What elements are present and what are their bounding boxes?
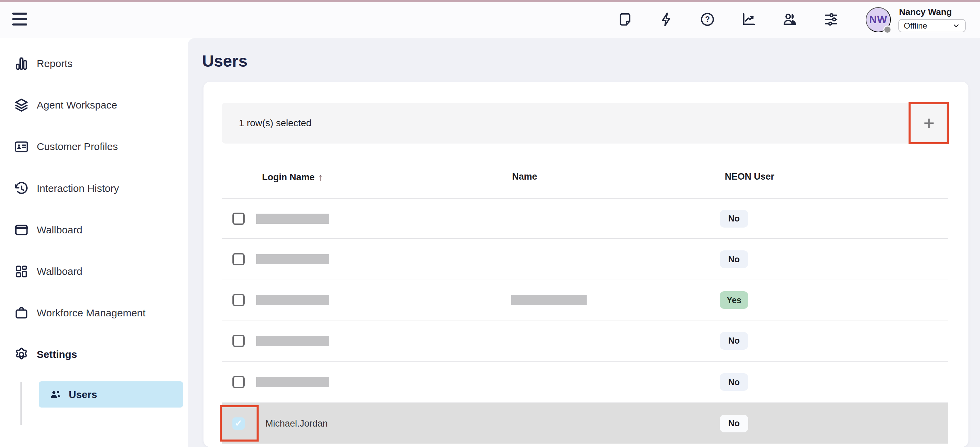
sidebar-item-label: Users (69, 389, 97, 400)
neon-badge: Yes (720, 291, 748, 309)
sidebar-item-label: Agent Workspace (37, 99, 117, 111)
selection-count-text: 1 row(s) selected (239, 103, 311, 143)
dashboard-grid-icon (14, 264, 29, 279)
table-row[interactable]: No (222, 320, 948, 361)
chevron-down-icon (952, 22, 960, 30)
redacted-login-name (256, 214, 329, 224)
column-header-neon-user[interactable]: NEON User (725, 172, 775, 182)
row-checkbox[interactable] (232, 213, 245, 225)
sort-ascending-icon: ↑ (318, 172, 323, 183)
table-row[interactable]: Yes (222, 280, 948, 320)
sidebar-item-wallboard[interactable]: Wallboard (0, 215, 188, 245)
redacted-login-name (256, 295, 329, 305)
id-card-icon (14, 139, 29, 154)
login-name-text: Michael.Jordan (266, 418, 328, 429)
selection-bar: 1 row(s) selected + (222, 103, 948, 143)
neon-badge: No (720, 250, 748, 268)
sidebar-item-label: Workforce Management (37, 307, 146, 319)
neon-badge: No (720, 210, 748, 227)
sidebar-item-workforce-management[interactable]: Workforce Management (0, 297, 188, 328)
redacted-login-name (256, 336, 329, 346)
table-row[interactable]: No (222, 198, 948, 238)
sidebar-item-label: Reports (37, 58, 73, 69)
app-screen: ? NW Nancy Wang Offline Reports (0, 0, 980, 447)
avatar-initials: NW (869, 14, 888, 26)
status-value: Offline (904, 21, 952, 30)
hamburger-menu-button[interactable] (12, 12, 29, 26)
sidebar-item-label: Wallboard (37, 266, 82, 277)
top-icon-row: ? (616, 10, 840, 29)
user-avatar[interactable]: NW (865, 7, 891, 32)
table-row[interactable]: No (222, 361, 948, 402)
row-checkbox[interactable] (232, 376, 245, 388)
neon-badge: No (720, 332, 748, 350)
column-header-name[interactable]: Name (512, 172, 537, 182)
redacted-login-name (256, 254, 329, 264)
status-dropdown[interactable]: Offline (898, 19, 966, 32)
top-bar: ? NW Nancy Wang Offline (0, 0, 980, 38)
users-icon (48, 388, 63, 402)
row-checkbox[interactable] (232, 253, 245, 265)
add-user-button[interactable]: + (910, 103, 948, 143)
check-icon: ✓ (235, 418, 242, 429)
briefcase-icon (14, 305, 29, 321)
browser-window-icon (14, 222, 29, 238)
layers-icon (14, 97, 29, 113)
table-row-selected[interactable]: ✓ Michael.Jordan No (222, 402, 948, 444)
sidebar-item-wallboard-2[interactable]: Wallboard (0, 256, 188, 287)
sidebar-item-users[interactable]: Users (39, 381, 183, 407)
top-accent-line (0, 0, 980, 2)
row-checkbox[interactable] (232, 294, 245, 306)
redacted-login-name (256, 377, 329, 387)
analytics-icon[interactable] (739, 10, 758, 29)
quick-launch-icon[interactable] (657, 10, 676, 29)
sidebar-item-label: Interaction History (37, 183, 119, 194)
preferences-sliders-icon[interactable] (821, 10, 840, 29)
svg-text:?: ? (705, 15, 710, 24)
notes-icon[interactable] (616, 10, 635, 29)
sidebar-item-customer-profiles[interactable]: Customer Profiles (0, 131, 188, 162)
sidebar-item-agent-workspace[interactable]: Agent Workspace (0, 90, 188, 121)
page-title: Users (202, 52, 247, 70)
bar-chart-icon (14, 56, 29, 72)
table-row[interactable]: No (222, 238, 948, 280)
sub-item-tree-line (21, 382, 22, 425)
sidebar-item-settings[interactable]: Settings (0, 339, 188, 370)
contacts-icon[interactable] (780, 10, 799, 29)
row-checkbox[interactable] (232, 335, 245, 347)
redacted-name (511, 295, 587, 305)
sidebar-item-reports[interactable]: Reports (0, 48, 188, 79)
column-header-login-name[interactable]: Login Name ↑ (262, 172, 323, 183)
sidebar: Reports Agent Workspace Customer Profile… (0, 38, 188, 447)
sidebar-item-interaction-history[interactable]: Interaction History (0, 173, 188, 204)
sidebar-item-label: Settings (37, 349, 77, 360)
status-dot (883, 25, 891, 34)
row-checkbox-checked[interactable]: ✓ (232, 417, 245, 430)
users-card: 1 row(s) selected + Login Name ↑ Name NE… (204, 82, 969, 447)
help-icon[interactable]: ? (698, 10, 717, 29)
table-header: Login Name ↑ Name NEON User (222, 167, 948, 188)
neon-badge: No (720, 373, 748, 391)
gear-icon (14, 347, 29, 362)
sidebar-item-label: Wallboard (37, 224, 82, 236)
history-icon (14, 181, 29, 196)
user-name: Nancy Wang (899, 7, 952, 17)
sidebar-item-label: Customer Profiles (37, 141, 118, 153)
neon-badge: No (720, 415, 748, 433)
